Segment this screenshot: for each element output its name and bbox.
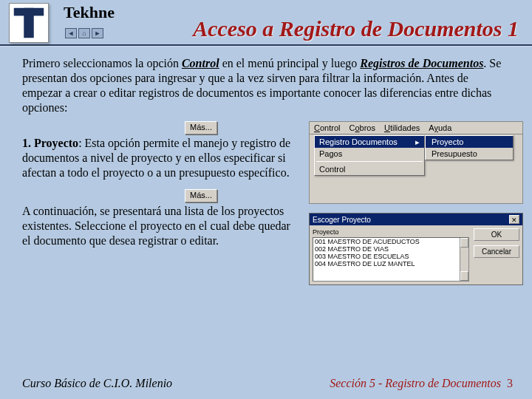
list-item[interactable]: 004 MAESTRO DE LUZ MANTEL	[313, 260, 468, 267]
svg-rect-2	[24, 8, 33, 38]
scrollbar[interactable]	[460, 238, 468, 281]
submenu-proyecto[interactable]: Proyecto	[426, 136, 513, 148]
submenu-presupuesto[interactable]: Presupuesto	[426, 148, 513, 160]
dropdown-control: Registro Documentos▸ Pagos Control	[314, 135, 425, 176]
intro-paragraph: Primero seleccionamos la opción Control …	[0, 46, 532, 121]
brand-name: Tekhne	[64, 3, 118, 22]
cancel-button[interactable]: Cancelar	[474, 245, 519, 258]
close-icon[interactable]: ✕	[509, 215, 519, 224]
dialog-listbox[interactable]: 001 MAESTRO DE ACUEDUCTOS 002 MAESTRO DE…	[313, 237, 469, 282]
menu-cobros[interactable]: Cobros	[349, 123, 375, 132]
menu-bar: Control Cobros Utilidades Ayuda	[310, 122, 522, 134]
list-item[interactable]: 002 MAESTRO DE VIAS	[313, 245, 468, 253]
menu-screenshot: Control Cobros Utilidades Ayuda Registro…	[309, 121, 523, 204]
brand-logo	[9, 3, 49, 43]
dropdown-item-pagos[interactable]: Pagos	[315, 148, 424, 160]
list-item[interactable]: 003 MAESTRO DE ESCUELAS	[313, 253, 468, 260]
nav-home-icon[interactable]: ⌂	[78, 28, 90, 38]
mas-button-1[interactable]: Más...	[185, 121, 217, 134]
ok-button[interactable]: OK	[474, 228, 519, 241]
dropdown-separator	[316, 161, 423, 162]
slide-footer: Curso Básico de C.I.O. Milenio Sección 5…	[0, 377, 532, 390]
slide-header: Tekhne ◄ ⌂ ► Acceso a Registro de Docume…	[0, 0, 532, 41]
nav-next-icon[interactable]: ►	[92, 28, 103, 38]
dropdown-item-control[interactable]: Control	[315, 163, 424, 175]
footer-right: Sección 5 - Registro de Documentos	[330, 377, 501, 389]
menu-utilidades[interactable]: Utilidades	[384, 123, 420, 132]
dialog-field-label: Proyecto	[313, 228, 469, 236]
page-title: Acceso a Registro de Documentos 1	[193, 16, 519, 41]
mas-button-2[interactable]: Más...	[185, 189, 217, 202]
block1-lead: 1. Proyecto	[22, 137, 78, 149]
block2-text: A continuación, se presentará una lista …	[22, 205, 290, 247]
menu-ayuda[interactable]: Ayuda	[429, 123, 451, 132]
submenu: Proyecto Presupuesto	[425, 135, 514, 160]
list-item[interactable]: 001 MAESTRO DE ACUEDUCTOS	[313, 238, 468, 245]
dropdown-item-registro[interactable]: Registro Documentos▸	[315, 136, 424, 148]
footer-left: Curso Básico de C.I.O. Milenio	[22, 377, 172, 390]
dialog-title-text: Escoger Proyecto	[313, 216, 371, 224]
menu-control[interactable]: Control	[314, 123, 340, 132]
dialog-titlebar: Escoger Proyecto ✕	[310, 214, 522, 225]
page-number: 3	[507, 377, 513, 389]
block-proyecto: Más... 1. Proyecto: Esta opción permite …	[22, 121, 301, 180]
block-lista: Más... A continuación, se presentará una…	[22, 189, 301, 248]
dialog-screenshot: Escoger Proyecto ✕ Proyecto 001 MAESTRO …	[309, 213, 523, 285]
nav-prev-icon[interactable]: ◄	[65, 28, 77, 38]
